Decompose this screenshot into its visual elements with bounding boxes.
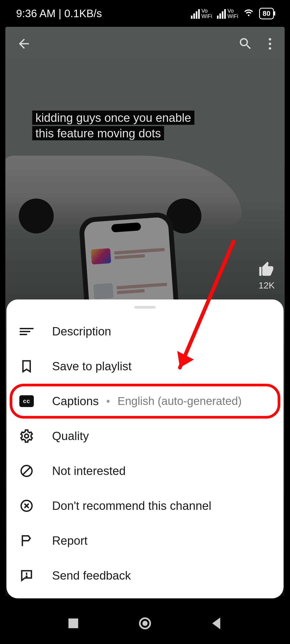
more-button[interactable] [265,38,275,50]
battery-pct: 80 [263,9,270,18]
status-bar: 9:36 AM | 0.1KB/s Vo WiFi Vo WiFi 80 [0,0,290,27]
status-netspeed: 0.1KB/s [64,8,102,19]
flag-icon [19,533,34,548]
svg-point-12 [143,621,147,626]
x-circle-icon [19,499,34,513]
back-button[interactable] [15,35,33,53]
menu-label: Don't recommend this channel [52,499,211,513]
menu-dont-recommend[interactable]: Don't recommend this channel [6,488,284,523]
android-navbar [0,604,290,644]
description-icon [19,324,34,339]
bookmark-icon [19,359,34,374]
video-caption: kidding guys once you enable this featur… [32,110,209,141]
status-time: 9:36 AM [16,8,56,19]
menu-label: Quality [52,429,89,443]
vowifi-label: Vo WiFi [227,8,238,19]
battery-indicator: 80 [259,8,274,19]
like-button[interactable]: 12K [258,260,276,291]
wifi-icon [243,7,254,20]
nav-back[interactable] [209,616,224,632]
menu-label: Save to playlist [52,360,132,373]
menu-captions[interactable]: cc Captions • English (auto-generated) [6,384,284,419]
svg-point-2 [25,434,28,438]
signal-bars-icon [217,9,226,19]
nav-recents[interactable] [66,616,81,632]
nav-home[interactable] [137,616,153,632]
svg-line-4 [23,467,30,475]
signal-sim1: Vo WiFi [191,8,212,19]
gear-icon [19,429,34,443]
status-right: Vo WiFi Vo WiFi 80 [191,7,274,20]
signal-bars-icon [191,9,200,19]
menu-label: Send feedback [52,569,131,582]
menu-label: Captions [52,394,99,408]
ban-icon [19,464,34,478]
search-button[interactable] [237,35,254,53]
menu-send-feedback[interactable]: Send feedback [6,558,284,593]
menu-save-playlist[interactable]: Save to playlist [6,349,284,384]
like-count: 12K [259,280,275,291]
status-left: 9:36 AM | 0.1KB/s [16,8,102,20]
vowifi-label: Vo WiFi [201,8,212,19]
menu-label: Report [52,534,88,547]
menu-description[interactable]: Description [6,314,284,349]
signal-sim2: Vo WiFi [217,8,238,19]
thumb-up-icon [258,260,276,278]
menu-label: Description [52,325,111,338]
captions-value: English (auto-generated) [118,395,242,408]
options-sheet: Description Save to playlist cc Captions… [6,299,284,598]
video-topbar [5,27,285,61]
svg-rect-10 [69,619,78,628]
menu-label: Not interested [52,464,126,478]
menu-not-interested[interactable]: Not interested [6,453,284,488]
drag-handle[interactable] [134,306,156,309]
caption-text: kidding guys once you enable this featur… [32,111,194,140]
feedback-icon [19,568,34,583]
menu-report[interactable]: Report [6,523,284,558]
menu-quality[interactable]: Quality [6,419,284,453]
svg-point-9 [26,576,27,577]
cc-icon: cc [19,394,34,408]
dot-separator: • [105,395,111,407]
